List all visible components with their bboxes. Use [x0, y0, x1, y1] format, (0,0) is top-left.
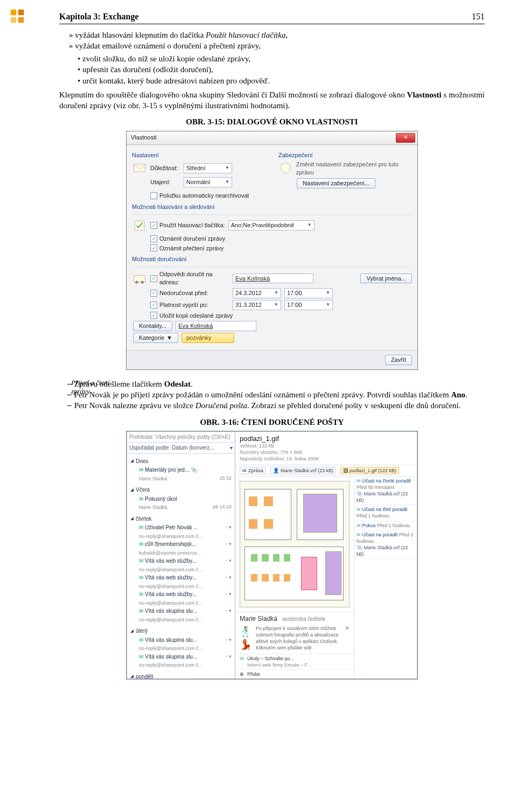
expire-checkbox[interactable]: ✓Platnost vyprší po: [150, 301, 229, 309]
list-group-header[interactable]: Dnes [130, 458, 232, 465]
list-item[interactable]: ✉Vítá vás skupina slu...▫ ▾ [130, 607, 232, 615]
defer-time-picker[interactable]: 17:00▼ [284, 288, 333, 298]
list-group-header[interactable]: čtvrtek [130, 515, 232, 523]
activity-item[interactable]: ✉ Účast na čtvrté poradě Před 50 minutam… [354, 477, 417, 506]
sender-role: asistentka ředitele [282, 616, 326, 622]
dot-item: zvolit složku, do níž se uloží kopie ode… [78, 53, 485, 64]
arrow-item: vyžádat hlasování klepnutím do tlačítka … [69, 30, 485, 40]
vote-icon [132, 218, 147, 233]
list-item[interactable]: no-reply@sharepoint.com č... [130, 644, 232, 653]
close-icon[interactable]: ✕ [345, 625, 350, 632]
list-item[interactable]: no-reply@sharepoint.com č... [130, 615, 232, 624]
contacts-input[interactable]: Eva Kolínská [176, 321, 256, 331]
contacts-button[interactable]: Kontakty... [133, 321, 172, 331]
importance-label: Důležitost: [150, 164, 180, 172]
list-item[interactable]: no-reply@sharepoint.com č... [130, 582, 232, 591]
list-item[interactable]: ✉Vítá vás skupina slu...▫ ▾ [130, 636, 232, 645]
list-item[interactable]: ✉Pokusný úkol [130, 495, 232, 503]
reply-to-input[interactable]: Eva Kolínská [233, 274, 313, 284]
dash-list: Zprávu odešleme tlačítkem Odeslat. Petr … [59, 379, 485, 411]
defer-checkbox[interactable]: ✓Nedoručovat před: [150, 289, 229, 297]
activity-item[interactable]: ✉ Účast na třetí poradě Před 1 hodinou [354, 505, 417, 521]
group-label: Zabezpečení [278, 151, 412, 159]
list-item[interactable]: Marie Sladkápá 14:10 [130, 503, 232, 512]
svg-point-7 [135, 281, 138, 283]
close-icon[interactable]: ✕ [396, 133, 415, 143]
list-item[interactable]: kubalek@vsemin.onmicros... [130, 549, 232, 557]
list-group-header[interactable]: úterý [130, 627, 232, 635]
list-group-header[interactable]: Včera [130, 486, 232, 494]
voting-options-dropdown[interactable]: Ano;Ne;Pravděpodobně▼ [228, 220, 315, 230]
message-list-pane: Prohledat: Všechny položky pošty (Ctrl+E… [127, 431, 235, 679]
floorplan-image [240, 481, 350, 607]
mail-icon: ✉ [357, 532, 361, 537]
close-button[interactable]: Zavřít [385, 355, 412, 365]
chevron-down-icon: ▼ [225, 179, 229, 185]
contact-icon: 👤 [273, 467, 279, 474]
list-item[interactable]: Marie Sladká15:32 [130, 474, 232, 483]
page-number: 151 [472, 11, 485, 23]
list-item[interactable]: ✉Materiály pro jed... 📎 [130, 466, 232, 474]
svg-rect-0 [11, 10, 17, 16]
list-item[interactable]: ✉Vítá vás skupina slu...▫ ▾ [130, 653, 232, 661]
list-item[interactable]: no-reply@sharepoint.com č... [130, 599, 232, 607]
delivery-receipt-checkbox[interactable]: ✓Oznámit doručení zprávy [150, 235, 225, 243]
plus-icon: ⊕ [240, 671, 244, 677]
sort-dropdown[interactable]: Uspořádat podle: Datum (konverz...▾ [127, 443, 235, 454]
margin-note: Přijetí a čtení zprávy [71, 379, 115, 395]
mail-icon: ✉ [240, 655, 244, 668]
importance-dropdown[interactable]: Střední▼ [184, 163, 232, 173]
list-item[interactable]: no-reply@sharepoint.com č... [130, 532, 232, 541]
list-item[interactable]: ✉Vítá vás web služby...▫ ▾ [130, 557, 232, 565]
activity-column: ✉ Účast na čtvrté poradě Před 50 minutam… [354, 477, 417, 678]
defer-date-picker[interactable]: 24.3.2012▼ [233, 288, 281, 298]
mail-icon: ✉ [242, 467, 247, 474]
chevron-down-icon: ▼ [225, 165, 229, 171]
dash-item: Zprávu odešleme tlačítkem Odeslat. [67, 379, 485, 389]
security-settings-button[interactable]: Nastavení zabezpečení... [297, 178, 375, 188]
attachment-tab-active[interactable]: 🖼podlazi_1.gif (122 kB) [340, 467, 399, 474]
save-copy-checkbox[interactable]: ✓Uložit kopii odeslané zprávy [150, 312, 233, 320]
activity-feed-item[interactable]: ✉ Úkoly – Schvalte po...Interní web firm… [235, 654, 354, 669]
dash-item: Petr Novák je po přijetí zprávy požádán … [67, 389, 485, 400]
expire-date-picker[interactable]: 31.3.2012▼ [233, 300, 281, 310]
list-item[interactable]: ✉Vítá vás web služby...▫ ▾ [130, 573, 232, 582]
mail-icon: ✉ [139, 524, 143, 530]
chevron-down-icon: ▼ [166, 334, 172, 342]
attachment-tab[interactable]: 👤Marie Sladká.vcf (23 kB) [270, 467, 336, 474]
list-item[interactable]: ✉Uživatel Petr Novák ...▫ ▾ [130, 523, 232, 532]
reply-to-checkbox[interactable]: ✓Odpovědi doručit na adresu: [150, 270, 229, 286]
attachment-tab[interactable]: ✉Zpráva [240, 467, 266, 474]
activity-item[interactable]: ✉ Účast na poradě Před 1 hodinou📎 Marie … [354, 530, 417, 559]
sender-name: Marie Sladká [240, 615, 277, 622]
select-names-button[interactable]: Vybrat jména... [360, 274, 412, 284]
envelope-icon [132, 160, 147, 176]
attachment-meta: Velikost: 122 kBRozměry obrázku: 776 × 9… [240, 443, 413, 462]
group-label: Možnosti doručování [132, 255, 412, 263]
shield-icon [278, 161, 293, 176]
categories-button[interactable]: Kategorie▼ [133, 333, 178, 343]
chevron-down-icon: ▼ [326, 302, 330, 308]
mail-icon: ✉ [139, 558, 143, 564]
mail-icon: ✉ [139, 541, 143, 547]
add-feed-button[interactable]: ⊕Přidat [235, 669, 354, 678]
office-logo-icon [10, 9, 25, 24]
dot-item: určit kontakt, který bude adresátovi nab… [78, 75, 485, 86]
sensitivity-dropdown[interactable]: Normální▼ [184, 177, 232, 187]
list-item[interactable]: no-reply@sharepoint.com č... [130, 661, 232, 669]
read-receipt-checkbox[interactable]: ✓Oznámit přečtení zprávy [150, 244, 223, 253]
figure-caption: OBR. 3-16: ČTENÍ DORUČENÉ POŠTY [59, 417, 485, 428]
search-input[interactable]: Prohledat: Všechny položky pošty (Ctrl+E… [127, 432, 235, 443]
voting-checkbox[interactable]: ✓Použít hlasovací tlačítka: [150, 221, 225, 229]
svg-rect-3 [18, 17, 24, 23]
category-tag[interactable]: pozvánky [181, 333, 234, 343]
expire-time-picker[interactable]: 17:00▼ [284, 300, 333, 310]
noarchive-checkbox[interactable]: Položku automaticky nearchivovat [150, 192, 249, 200]
list-item[interactable]: no-reply@sharepoint.com č... [130, 565, 232, 574]
list-item[interactable]: ✉Vítá vás web služby...▫ ▾ [130, 590, 232, 599]
activity-item[interactable]: ✉ Pokus Před 1 hodinou [354, 521, 417, 530]
mail-icon: ✉ [357, 507, 361, 512]
reading-pane: podlazi_1.gif Velikost: 122 kBRozměry ob… [235, 431, 417, 679]
list-group-header[interactable]: pondělí [130, 673, 232, 678]
list-item[interactable]: ✉c0#.f|membership|k...▫ ▾ [130, 540, 232, 549]
